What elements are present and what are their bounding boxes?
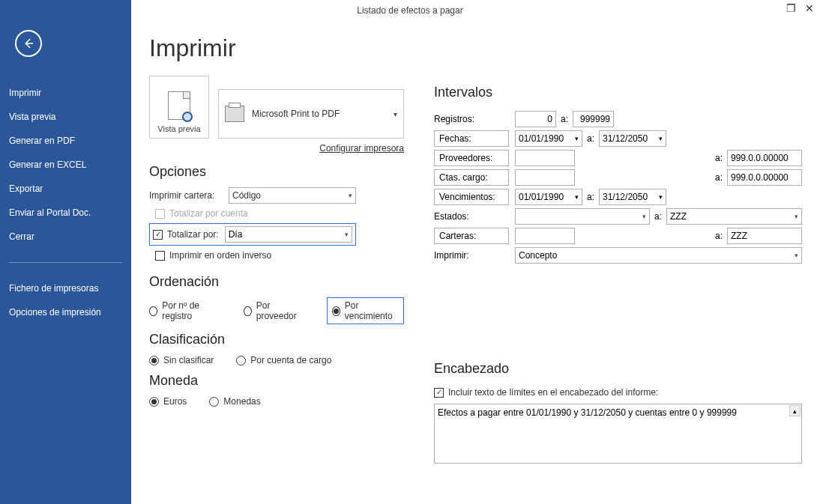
- moneda-monedas-radio[interactable]: Monedas: [209, 396, 260, 407]
- moneda-euros-radio[interactable]: Euros: [149, 396, 187, 407]
- totalizar-por-label: Totalizar por:: [167, 229, 219, 240]
- intervalos-heading: Intervalos: [434, 85, 802, 100]
- right-column: Intervalos Registros: a: Fechas: 01/01/1…: [434, 76, 802, 467]
- a-label: a:: [654, 211, 662, 222]
- incluir-texto-label: Incluir texto de límites en el encabezad…: [448, 387, 658, 398]
- maximize-icon[interactable]: ❐: [786, 3, 796, 13]
- sidebar-item-fichero-impresoras[interactable]: Fichero de impresoras: [0, 276, 131, 300]
- encabezado-textarea[interactable]: [434, 404, 802, 464]
- configurar-impresora-link[interactable]: Configurar impresora: [149, 143, 404, 154]
- ctas-cargo-button[interactable]: Ctas. cargo:: [434, 169, 509, 186]
- fechas-from-date[interactable]: 01/01/1990▾: [515, 130, 582, 147]
- checkbox-icon: ✓: [153, 230, 163, 240]
- sidebar-primary: Imprimir Vista previa Generar en PDF Gen…: [0, 81, 131, 249]
- totalizar-por-select[interactable]: Día ▾: [225, 226, 352, 243]
- window-controls: ❐ ✕: [786, 3, 814, 13]
- totalizar-por-value: Día: [229, 229, 243, 240]
- ordenacion-proveedor-radio[interactable]: Por proveedor: [244, 300, 304, 321]
- estados-to-select[interactable]: ZZZ▾: [666, 208, 802, 225]
- totalizar-cuenta-label: Totalizar por cuenta: [169, 208, 248, 219]
- ordenacion-options: Por nº de registro Por proveedor Por ven…: [149, 297, 404, 324]
- page-title: Imprimir: [149, 34, 802, 62]
- ordenacion-heading: Ordenación: [149, 274, 404, 290]
- estados-from-select[interactable]: ▾: [515, 208, 650, 225]
- venc-to-date[interactable]: 31/12/2050▾: [599, 189, 666, 205]
- clasificacion-heading: Clasificación: [149, 332, 404, 347]
- chevron-down-icon: ▾: [659, 135, 663, 142]
- printer-icon: [225, 106, 244, 122]
- sidebar-item-excel[interactable]: Generar en EXCEL: [0, 153, 131, 177]
- main-content: Imprimir Vista previa Microsoft Print to…: [131, 21, 820, 504]
- checkbox-icon: ✓: [434, 388, 444, 398]
- checkbox-icon: [155, 209, 165, 219]
- orden-inverso-check[interactable]: Imprimir en orden inverso: [155, 250, 271, 261]
- checkbox-icon: [155, 251, 165, 261]
- carteras-to-input[interactable]: [727, 228, 802, 244]
- moneda-heading: Moneda: [149, 373, 404, 389]
- sidebar-item-pdf[interactable]: Generar en PDF: [0, 129, 131, 153]
- registros-label: Registros:: [434, 114, 509, 124]
- a-label: a:: [715, 172, 723, 183]
- orden-inverso-label: Imprimir en orden inverso: [169, 250, 271, 261]
- ctas-from-input[interactable]: [515, 169, 575, 186]
- registros-to-input[interactable]: [573, 111, 614, 127]
- imprimir-intervalo-select[interactable]: Concepto▾: [515, 247, 802, 264]
- proveedores-button[interactable]: Proveedores:: [434, 150, 509, 166]
- totalizar-por-check[interactable]: ✓ Totalizar por:: [153, 229, 219, 240]
- printer-name: Microsoft Print to PDF: [252, 109, 386, 119]
- sidebar-item-exportar[interactable]: Exportar: [0, 177, 131, 201]
- chevron-down-icon: ▾: [349, 192, 352, 199]
- clasificacion-options: Sin clasificar Por cuenta de cargo: [149, 355, 404, 365]
- vencimientos-button[interactable]: Vencimientos:: [434, 189, 509, 205]
- carteras-from-input[interactable]: [515, 228, 575, 244]
- back-button[interactable]: [15, 30, 42, 57]
- arrow-left-icon: [22, 37, 35, 50]
- fechas-to-date[interactable]: 31/12/2050▾: [599, 130, 666, 147]
- ordenacion-registro-radio[interactable]: Por nº de registro: [149, 300, 221, 321]
- registros-from-input[interactable]: [515, 111, 556, 127]
- imprimir-cartera-value: Código: [232, 190, 261, 201]
- a-label: a:: [561, 114, 568, 124]
- printer-select[interactable]: Microsoft Print to PDF ▾: [218, 89, 404, 139]
- left-column: Vista previa Microsoft Print to PDF ▾ Co…: [149, 76, 404, 467]
- opciones-heading: Opciones: [149, 164, 404, 180]
- moneda-options: Euros Monedas: [149, 396, 404, 407]
- sidebar-item-opciones-impresion[interactable]: Opciones de impresión: [0, 300, 131, 324]
- sidebar-item-cerrar[interactable]: Cerrar: [0, 225, 131, 249]
- totalizar-cuenta-check: Totalizar por cuenta: [155, 208, 248, 219]
- scroll-up-icon[interactable]: ▴: [789, 405, 801, 416]
- sidebar-secondary: Fichero de impresoras Opciones de impres…: [0, 276, 131, 324]
- vista-previa-button[interactable]: Vista previa: [149, 76, 209, 139]
- proveedores-from-input[interactable]: [515, 150, 575, 166]
- chevron-down-icon: ▾: [795, 252, 798, 259]
- encabezado-heading: Encabezado: [434, 361, 802, 377]
- incluir-texto-check[interactable]: ✓ Incluir texto de límites en el encabez…: [434, 387, 658, 398]
- chevron-down-icon: ▾: [659, 193, 663, 201]
- chevron-down-icon: ▾: [795, 213, 798, 220]
- venc-from-date[interactable]: 01/01/1990▾: [515, 189, 582, 205]
- imprimir-cartera-select[interactable]: Código ▾: [229, 187, 356, 204]
- imprimir-cartera-label: Imprimir cartera:: [149, 190, 223, 201]
- clasificacion-sin-radio[interactable]: Sin clasificar: [149, 355, 214, 365]
- proveedores-to-input[interactable]: [727, 150, 802, 166]
- window-title: Listado de efectos a pagar: [357, 5, 462, 16]
- sidebar-item-imprimir[interactable]: Imprimir: [0, 81, 131, 105]
- fechas-button[interactable]: Fechas:: [434, 130, 509, 147]
- ordenacion-vencimiento-radio[interactable]: Por vencimiento: [327, 297, 405, 324]
- vista-previa-caption: Vista previa: [157, 124, 200, 133]
- sidebar-item-portal[interactable]: Enviar al Portal Doc.: [0, 201, 131, 225]
- chevron-down-icon: ▾: [394, 110, 397, 118]
- carteras-button[interactable]: Carteras:: [434, 228, 509, 244]
- sidebar-item-vista-previa[interactable]: Vista previa: [0, 105, 131, 129]
- ctas-to-input[interactable]: [727, 169, 802, 186]
- clasificacion-cuenta-radio[interactable]: Por cuenta de cargo: [236, 355, 331, 365]
- a-label: a:: [587, 192, 594, 202]
- sidebar-separator: [9, 262, 122, 263]
- close-icon[interactable]: ✕: [805, 3, 814, 13]
- sidebar: Imprimir Vista previa Generar en PDF Gen…: [0, 0, 131, 504]
- a-label: a:: [587, 133, 594, 144]
- chevron-down-icon: ▾: [575, 193, 579, 201]
- chevron-down-icon: ▾: [575, 135, 579, 142]
- chevron-down-icon: ▾: [642, 213, 646, 220]
- totalizar-por-group: ✓ Totalizar por: Día ▾: [149, 223, 356, 246]
